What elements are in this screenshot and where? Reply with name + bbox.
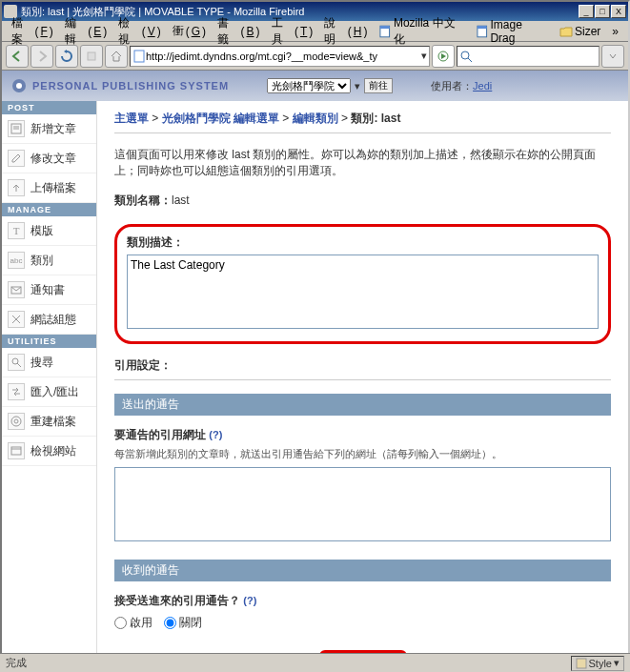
menu-overflow[interactable]: » xyxy=(606,23,624,40)
breadcrumb: 主選單 > 光劍格鬥學院 編輯選單 > 編輯類別 > 類別: last xyxy=(114,111,611,127)
template-icon: T xyxy=(8,222,25,239)
accept-off-radio[interactable] xyxy=(164,617,176,629)
category-description-input[interactable] xyxy=(127,255,599,329)
sidebar-item-categories[interactable]: abc類別 xyxy=(2,246,96,275)
description-highlight: 類別描述： xyxy=(114,224,611,344)
app-header: PERSONAL PUBLISHING SYSTEM 光劍格鬥學院 ▾ 前往 使… xyxy=(2,71,628,101)
menu-bar: 檔案(F) 編輯(E) 檢視(V) 衝(G) 書籤(B) 工具(T) 說明(H)… xyxy=(2,21,628,42)
accept-pings-label: 接受送進來的引用通告？ (?) xyxy=(114,593,611,609)
sidebar-item-new-entry[interactable]: 新增文章 xyxy=(2,114,96,144)
svg-rect-19 xyxy=(11,447,21,455)
bookmark-mozilla[interactable]: Mozilla 中文化 xyxy=(373,13,470,50)
status-bar: 完成 Style ▾ xyxy=(0,653,630,672)
page-icon xyxy=(132,50,146,63)
user-info: 使用者：Jedi xyxy=(431,79,492,93)
breadcrumb-categories[interactable]: 編輯類別 xyxy=(293,112,338,125)
breadcrumb-edit[interactable]: 編輯選單 xyxy=(234,112,279,125)
toolbar-extra-button[interactable] xyxy=(601,45,624,68)
logo-icon xyxy=(11,78,27,93)
sidebar: POST 新增文章 修改文章 上傳檔案 MANAGE T模版 abc類別 通知書… xyxy=(2,101,97,672)
folder-icon xyxy=(559,25,573,38)
svg-rect-4 xyxy=(88,52,95,60)
svg-line-16 xyxy=(17,363,21,367)
ping-urls-input[interactable] xyxy=(114,467,611,541)
sidebar-item-config[interactable]: 網誌組態 xyxy=(2,305,96,335)
breadcrumb-main[interactable]: 主選單 xyxy=(114,112,149,125)
main-content: 主選單 > 光劍格鬥學院 編輯選單 > 編輯類別 > 類別: last 這個頁面… xyxy=(97,101,628,672)
rebuild-icon xyxy=(8,413,25,430)
mail-icon xyxy=(8,281,25,298)
reload-button[interactable] xyxy=(55,45,78,68)
home-button[interactable] xyxy=(105,45,128,68)
help-icon[interactable]: (?) xyxy=(209,429,222,440)
divider xyxy=(114,132,611,133)
menu-file[interactable]: 檔案(F) xyxy=(6,13,59,50)
breadcrumb-current: 類別: last xyxy=(351,112,400,125)
page-intro: 這個頁面可以用來修改 last 類別的屬性。妳可以為妳的類別加上描述，然後顯示在… xyxy=(114,147,611,179)
dropdown-icon[interactable]: ▾ xyxy=(421,50,427,62)
menu-edit[interactable]: 編輯(E) xyxy=(59,13,112,50)
minimize-button[interactable]: _ xyxy=(579,5,594,18)
jump-go-button[interactable]: 前往 xyxy=(364,78,393,93)
upload-icon xyxy=(8,179,25,196)
go-button[interactable] xyxy=(432,45,455,68)
sidebar-header-manage: MANAGE xyxy=(2,203,96,216)
sidebar-item-view-site[interactable]: 檢視網站 xyxy=(2,437,96,466)
forward-button[interactable] xyxy=(30,45,53,68)
help-icon[interactable]: (?) xyxy=(243,595,256,606)
menu-help[interactable]: 說明(H) xyxy=(318,13,373,50)
accept-on-option[interactable]: 啟用 xyxy=(114,615,152,631)
menu-view[interactable]: 檢視(V) xyxy=(112,13,166,50)
close-button[interactable]: X xyxy=(611,5,626,18)
accept-off-option[interactable]: 關閉 xyxy=(164,615,202,631)
search-input[interactable] xyxy=(473,51,597,62)
breadcrumb-blog[interactable]: 光劍格鬥學院 xyxy=(162,112,231,125)
navigation-toolbar: ▾ xyxy=(2,42,628,71)
search-bar[interactable] xyxy=(457,46,600,67)
menu-bookmarks[interactable]: 書籤(B) xyxy=(212,13,265,50)
view-site-icon xyxy=(8,442,25,459)
sidebar-item-rebuild[interactable]: 重建檔案 xyxy=(2,407,96,437)
import-export-icon xyxy=(8,383,25,400)
arrow-left-icon xyxy=(10,50,24,63)
ping-urls-hint: 每當新增此類別的文章時，就送出引用通告給下列的網址（請每列輸入一個網址）。 xyxy=(114,447,611,461)
sidebar-item-templates[interactable]: T模版 xyxy=(2,216,96,246)
bookmark-sizer[interactable]: Sizer xyxy=(554,23,606,40)
search-icon xyxy=(8,354,25,371)
svg-line-8 xyxy=(468,58,472,62)
stop-button[interactable] xyxy=(80,45,103,68)
blog-select[interactable]: 光劍格鬥學院 xyxy=(267,78,351,93)
page-icon xyxy=(476,25,489,38)
back-button[interactable] xyxy=(6,45,29,68)
blog-jump: 光劍格鬥學院 ▾ 前往 xyxy=(267,78,393,93)
sidebar-item-upload[interactable]: 上傳檔案 xyxy=(2,173,96,203)
sidebar-item-search[interactable]: 搜尋 xyxy=(2,348,96,377)
svg-rect-5 xyxy=(134,51,144,62)
style-selector[interactable]: Style ▾ xyxy=(571,656,624,671)
sidebar-header-post: POST xyxy=(2,101,96,114)
status-text: 完成 xyxy=(6,656,27,670)
svg-point-17 xyxy=(11,417,21,426)
maximize-button[interactable]: □ xyxy=(595,5,610,18)
menu-tools[interactable]: 工具(T) xyxy=(266,13,319,50)
divider xyxy=(114,379,611,380)
sent-pings-header: 送出的通告 xyxy=(114,394,611,416)
sidebar-item-edit-entries[interactable]: 修改文章 xyxy=(2,144,96,173)
ping-urls-label: 要通告的引用網址 (?) xyxy=(114,427,611,443)
svg-point-18 xyxy=(14,419,18,423)
menu-go[interactable]: 衝(G) xyxy=(167,21,212,41)
sidebar-item-import-export[interactable]: 匯入/匯出 xyxy=(2,377,96,407)
bookmark-imagedrag[interactable]: Image Drag xyxy=(470,16,554,47)
url-bar[interactable]: ▾ xyxy=(130,46,430,67)
received-pings-header: 收到的通告 xyxy=(114,560,611,581)
page-icon xyxy=(378,25,392,38)
arrow-right-icon xyxy=(35,50,49,63)
accept-on-radio[interactable] xyxy=(114,617,127,629)
url-input[interactable] xyxy=(146,51,421,62)
trackback-settings-label: 引用設定： xyxy=(114,357,611,374)
new-entry-icon xyxy=(8,120,25,137)
user-link[interactable]: Jedi xyxy=(473,80,492,92)
category-description-label: 類別描述： xyxy=(127,234,599,251)
sidebar-item-notifications[interactable]: 通知書 xyxy=(2,275,96,305)
category-name-label: 類別名稱：last xyxy=(114,193,611,209)
